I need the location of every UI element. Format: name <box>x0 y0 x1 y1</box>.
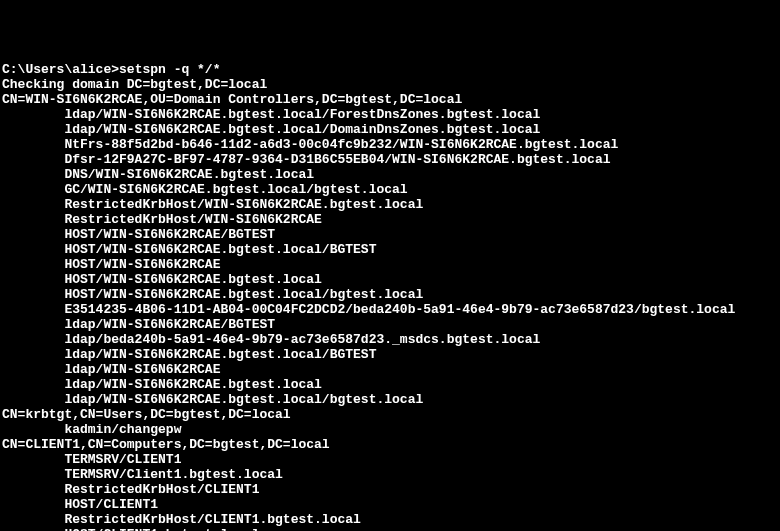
output-line: Checking domain DC=bgtest,DC=local <box>2 77 778 92</box>
command-prompt-line: C:\Users\alice>setspn -q */* <box>2 62 778 77</box>
output-line: ldap/beda240b-5a91-46e4-9b79-ac73e6587d2… <box>2 332 778 347</box>
output-line: RestrictedKrbHost/WIN-SI6N6K2RCAE <box>2 212 778 227</box>
output-line: HOST/WIN-SI6N6K2RCAE.bgtest.local/BGTEST <box>2 242 778 257</box>
output-line: DNS/WIN-SI6N6K2RCAE.bgtest.local <box>2 167 778 182</box>
output-line: RestrictedKrbHost/WIN-SI6N6K2RCAE.bgtest… <box>2 197 778 212</box>
output-line: HOST/WIN-SI6N6K2RCAE.bgtest.local <box>2 272 778 287</box>
output-line: ldap/WIN-SI6N6K2RCAE.bgtest.local/bgtest… <box>2 392 778 407</box>
terminal-output: Checking domain DC=bgtest,DC=localCN=WIN… <box>2 77 778 531</box>
output-line: NtFrs-88f5d2bd-b646-11d2-a6d3-00c04fc9b2… <box>2 137 778 152</box>
output-line: HOST/WIN-SI6N6K2RCAE <box>2 257 778 272</box>
output-line: CN=CLIENT1,CN=Computers,DC=bgtest,DC=loc… <box>2 437 778 452</box>
output-line: ldap/WIN-SI6N6K2RCAE.bgtest.local/BGTEST <box>2 347 778 362</box>
output-line: ldap/WIN-SI6N6K2RCAE.bgtest.local <box>2 377 778 392</box>
output-line: HOST/WIN-SI6N6K2RCAE/BGTEST <box>2 227 778 242</box>
output-line: TERMSRV/CLIENT1 <box>2 452 778 467</box>
output-line: CN=krbtgt,CN=Users,DC=bgtest,DC=local <box>2 407 778 422</box>
output-line: RestrictedKrbHost/CLIENT1 <box>2 482 778 497</box>
output-line: RestrictedKrbHost/CLIENT1.bgtest.local <box>2 512 778 527</box>
prompt-command: setspn -q */* <box>119 62 220 77</box>
terminal-window[interactable]: C:\Users\alice>setspn -q */*Checking dom… <box>2 62 778 531</box>
output-line: HOST/CLIENT1 <box>2 497 778 512</box>
output-line: HOST/WIN-SI6N6K2RCAE.bgtest.local/bgtest… <box>2 287 778 302</box>
output-line: kadmin/changepw <box>2 422 778 437</box>
output-line: E3514235-4B06-11D1-AB04-00C04FC2DCD2/bed… <box>2 302 778 317</box>
output-line: Dfsr-12F9A27C-BF97-4787-9364-D31B6C55EB0… <box>2 152 778 167</box>
output-line: CN=WIN-SI6N6K2RCAE,OU=Domain Controllers… <box>2 92 778 107</box>
output-line: ldap/WIN-SI6N6K2RCAE/BGTEST <box>2 317 778 332</box>
output-line: ldap/WIN-SI6N6K2RCAE.bgtest.local/Forest… <box>2 107 778 122</box>
output-line: HOST/CLIENT1.bgtest.local <box>2 527 778 531</box>
prompt-path: C:\Users\alice> <box>2 62 119 77</box>
output-line: TERMSRV/Client1.bgtest.local <box>2 467 778 482</box>
output-line: GC/WIN-SI6N6K2RCAE.bgtest.local/bgtest.l… <box>2 182 778 197</box>
output-line: ldap/WIN-SI6N6K2RCAE.bgtest.local/Domain… <box>2 122 778 137</box>
output-line: ldap/WIN-SI6N6K2RCAE <box>2 362 778 377</box>
